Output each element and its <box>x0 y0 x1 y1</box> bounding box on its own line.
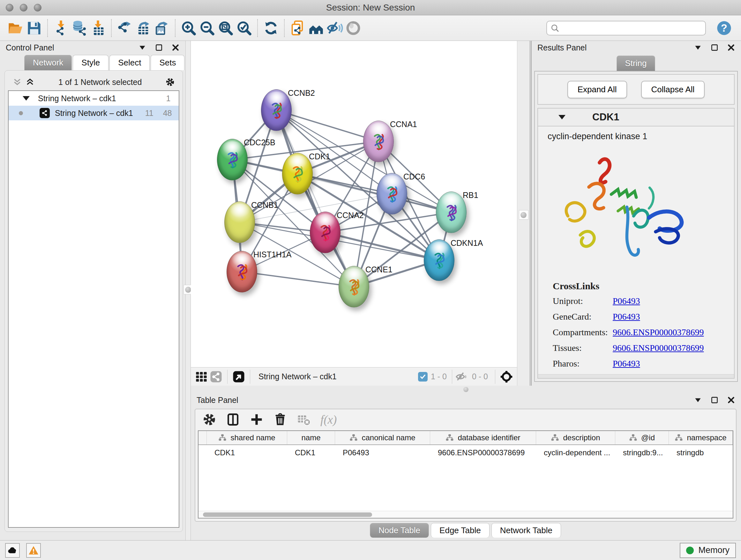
expand-all-button[interactable]: Expand All <box>567 81 627 98</box>
selected-checkbox-icon[interactable] <box>418 372 428 381</box>
birdseye-toggle-icon[interactable] <box>231 369 246 384</box>
table-cell[interactable]: P06493 <box>335 445 430 460</box>
table-row[interactable]: CDK1CDK1P064939606.ENSP00000378699cyclin… <box>199 445 733 460</box>
table-cell[interactable]: stringdb:9... <box>615 445 669 460</box>
table-options-gear-icon[interactable] <box>202 413 216 427</box>
show-columns-icon[interactable] <box>226 413 240 427</box>
tab-node-table[interactable]: Node Table <box>370 523 429 538</box>
crosslink-link[interactable]: P06493 <box>613 312 640 322</box>
fit-selected-crosshair-icon[interactable] <box>499 369 514 384</box>
network-collection-row[interactable]: String Network – cdk1 1 <box>9 91 179 106</box>
column-header[interactable]: description <box>536 431 615 444</box>
cloud-status-button[interactable] <box>5 543 20 558</box>
import-network-database-icon[interactable] <box>70 19 89 37</box>
scrollbar-thumb[interactable] <box>203 512 372 517</box>
column-header[interactable]: database identifier <box>430 431 536 444</box>
refresh-view-icon[interactable] <box>262 19 280 37</box>
tab-style[interactable]: Style <box>73 55 109 70</box>
column-header[interactable]: namespace <box>669 431 733 444</box>
close-panel-icon[interactable] <box>172 44 180 52</box>
column-header[interactable]: canonical name <box>335 431 430 444</box>
network-node-hist1h1a[interactable] <box>226 251 257 293</box>
clone-network-icon[interactable] <box>288 19 307 37</box>
float-panel-icon[interactable] <box>694 44 702 52</box>
results-scrollbar[interactable] <box>538 374 734 378</box>
delete-table-icon[interactable] <box>297 413 311 427</box>
zoom-out-icon[interactable] <box>198 19 216 37</box>
export-table-icon[interactable] <box>134 19 152 37</box>
birdseye-sphere-icon[interactable] <box>344 19 362 37</box>
help-button[interactable]: ? <box>715 19 733 37</box>
column-header[interactable]: @id <box>615 431 669 444</box>
zoom-in-icon[interactable] <box>179 19 198 37</box>
tab-string[interactable]: String <box>616 56 656 71</box>
network-node-ccna1[interactable] <box>363 121 394 162</box>
network-node-ccne1[interactable] <box>339 266 369 307</box>
network-node-ccnb2[interactable] <box>261 89 292 131</box>
table-cell[interactable]: CDK1 <box>287 445 335 460</box>
export-image-icon[interactable] <box>152 19 171 37</box>
crosslink-link[interactable]: 9606.ENSP00000378699 <box>613 327 704 337</box>
crosslink-link[interactable]: P06493 <box>613 296 640 306</box>
network-row[interactable]: String Network – cdk1 11 48 <box>9 106 179 120</box>
table-horizontal-scrollbar[interactable] <box>199 511 733 518</box>
view-mode-share-icon[interactable] <box>209 369 223 384</box>
open-session-button[interactable] <box>6 19 25 37</box>
network-edge[interactable] <box>242 272 354 287</box>
network-edge[interactable] <box>276 110 379 141</box>
horizontal-splitter[interactable] <box>191 386 741 393</box>
search-input[interactable] <box>560 22 702 34</box>
delete-column-icon[interactable] <box>273 413 287 427</box>
import-table-file-icon[interactable] <box>89 19 107 37</box>
zoom-fit-icon[interactable] <box>216 19 235 37</box>
crosslink-link[interactable]: P06493 <box>613 359 640 369</box>
tab-edge-table[interactable]: Edge Table <box>431 523 489 538</box>
column-header[interactable]: shared name <box>207 431 287 444</box>
network-node-cdc25b[interactable] <box>217 139 248 180</box>
column-header[interactable]: name <box>287 431 335 444</box>
table-cell[interactable]: cyclin-dependent ... <box>536 445 615 460</box>
warnings-button[interactable] <box>26 543 41 558</box>
close-panel-icon[interactable] <box>727 44 735 52</box>
float-panel-icon[interactable] <box>138 44 146 52</box>
zoom-selected-icon[interactable] <box>235 19 253 37</box>
save-session-button[interactable] <box>25 19 44 37</box>
crosslink-link[interactable]: 9606.ENSP00000378699 <box>613 343 704 353</box>
section-collapse-icon[interactable] <box>558 115 565 119</box>
close-panel-icon[interactable] <box>727 396 735 404</box>
collapse-all-networks-icon[interactable] <box>12 77 22 87</box>
protein-section-header[interactable]: CDK1 <box>538 109 734 126</box>
table-cell[interactable]: stringdb <box>669 445 733 460</box>
hidden-eye-icon[interactable] <box>454 369 469 384</box>
memory-button[interactable]: Memory <box>680 543 736 558</box>
network-node-ccnb1[interactable] <box>224 201 255 243</box>
network-node-cdc6[interactable] <box>377 173 407 214</box>
create-column-icon[interactable] <box>250 413 264 427</box>
collection-expand-icon[interactable] <box>23 96 30 101</box>
network-node-rb1[interactable] <box>436 192 467 233</box>
grid-mode-icon[interactable] <box>194 369 209 384</box>
hide-selected-eye-icon[interactable] <box>326 19 344 37</box>
right-splitter-handle[interactable] <box>519 210 529 220</box>
network-node-cdk1[interactable] <box>282 153 313 194</box>
undock-panel-icon[interactable] <box>155 44 163 52</box>
import-network-file-icon[interactable] <box>52 19 70 37</box>
network-options-gear-icon[interactable] <box>165 77 175 87</box>
right-splitter[interactable] <box>517 41 532 386</box>
network-edge[interactable] <box>297 174 451 212</box>
left-splitter[interactable] <box>185 41 191 540</box>
tab-network-table[interactable]: Network Table <box>491 523 561 538</box>
network-node-cdkn1a[interactable] <box>424 240 455 281</box>
undock-panel-icon[interactable] <box>711 396 719 404</box>
home-pages-icon[interactable] <box>307 19 326 37</box>
horizontal-splitter-handle[interactable] <box>463 387 468 392</box>
undock-panel-icon[interactable] <box>711 44 719 52</box>
export-network-icon[interactable] <box>116 19 134 37</box>
table-cell[interactable]: CDK1 <box>207 445 287 460</box>
tab-sets[interactable]: Sets <box>151 55 185 70</box>
collapse-all-button[interactable]: Collapse All <box>641 81 705 98</box>
network-node-ccna2[interactable] <box>310 212 340 253</box>
expand-all-networks-icon[interactable] <box>25 77 35 87</box>
function-builder-icon[interactable]: f(x) <box>320 413 337 427</box>
tab-select[interactable]: Select <box>110 55 150 70</box>
